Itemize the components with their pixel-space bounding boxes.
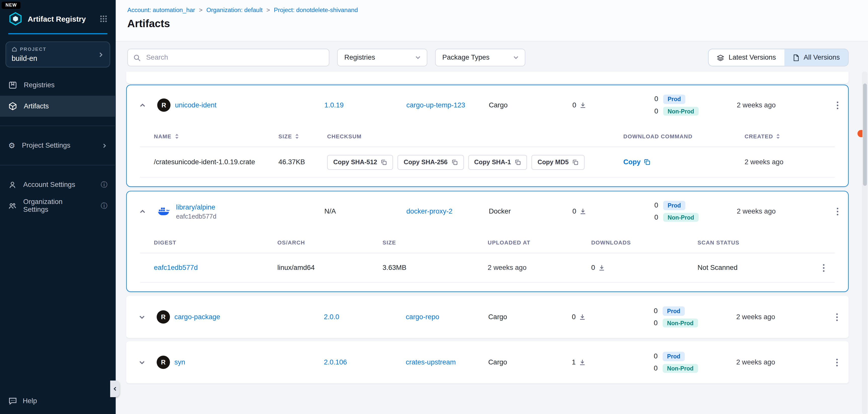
breadcrumb-account[interactable]: Account: automation_har: [127, 6, 195, 13]
column-header-size[interactable]: SIZE: [278, 133, 327, 139]
sidebar-item-registries[interactable]: Registries: [0, 75, 116, 96]
all-versions-label: All Versions: [804, 54, 840, 61]
file-icon: [793, 54, 799, 61]
registries-filter-dropdown[interactable]: Registries: [337, 49, 427, 66]
scrollbar-thumb[interactable]: [863, 83, 867, 186]
layers-icon: [717, 54, 724, 61]
row-menu-button[interactable]: [826, 192, 849, 231]
project-meta: PROJECT build-en: [11, 46, 97, 63]
artifact-name-link[interactable]: unicode-ident: [175, 101, 217, 109]
column-header-scan-status: SCAN STATUS: [698, 239, 813, 245]
sidebar-item-artifacts[interactable]: Artifacts: [0, 96, 116, 117]
artifacts-icon: [8, 102, 17, 111]
sort-icon: [295, 133, 300, 139]
sidebar-item-account-settings[interactable]: Account Settings ⓘ: [0, 174, 116, 196]
row-menu-button[interactable]: [826, 296, 848, 338]
expand-toggle[interactable]: [126, 313, 157, 321]
package-types-filter-dropdown[interactable]: Package Types: [435, 49, 525, 66]
files-table: NAME SIZE CHECKSUM DOWNLOAD COMMAND CREA…: [140, 126, 835, 186]
registries-icon: [8, 81, 17, 90]
chevron-down-icon: [138, 313, 146, 321]
column-header-size: SIZE: [383, 239, 488, 245]
updated-time: 2 weeks ago: [736, 313, 826, 321]
copy-sha1-button[interactable]: Copy SHA-1: [468, 155, 527, 170]
chevron-down-icon: [138, 359, 146, 366]
artifact-type: Docker: [489, 207, 572, 215]
sidebar: NEW Artifact Registry: [0, 0, 116, 414]
breadcrumb: Account: automation_har > Organization: …: [127, 6, 848, 13]
artifact-version: N/A: [324, 207, 406, 215]
updated-time: 2 weeks ago: [737, 207, 826, 215]
checksum-cell: Copy SHA-512 Copy SHA-256 Copy SHA-1: [327, 155, 623, 170]
copy-download-command-button[interactable]: Copy: [623, 158, 745, 166]
kebab-icon: [836, 358, 838, 367]
organization-icon: [8, 202, 17, 210]
project-label: PROJECT: [20, 46, 46, 52]
artifact-registry-link[interactable]: cargo-repo: [406, 313, 488, 321]
artifact-card-library-alpine: library/alpine eafc1edb577d N/A docker-p…: [126, 191, 848, 292]
artifact-registry-link[interactable]: cargo-up-temp-123: [406, 101, 489, 109]
artifact-name-link[interactable]: library/alpine: [176, 203, 216, 211]
module-grid-icon[interactable]: [100, 15, 107, 23]
artifact-version-link[interactable]: 2.0.106: [324, 358, 406, 366]
copy-sha512-button[interactable]: Copy SHA-512: [327, 155, 393, 170]
column-header-created[interactable]: CREATED: [745, 133, 835, 139]
artifact-summary-row: library/alpine eafc1edb577d N/A docker-p…: [127, 192, 848, 231]
help-button[interactable]: Help: [8, 396, 37, 406]
toolbar: Registries Package Types: [116, 41, 868, 66]
sidebar-item-organization-settings[interactable]: Organization Settings ⓘ: [0, 195, 116, 216]
sidebar-collapse-button[interactable]: [110, 381, 120, 397]
digest-row: eafc1edb577d linux/amd64 3.63MB 2 weeks …: [140, 253, 835, 283]
digest-link[interactable]: eafc1edb577d: [154, 264, 277, 272]
scan-status: Not Scanned: [698, 264, 813, 272]
file-name: /cratesunicode-ident-1.0.19.crate: [154, 158, 278, 166]
artifact-registry-link[interactable]: docker-proxy-2: [406, 207, 489, 215]
collapse-toggle[interactable]: [127, 208, 158, 215]
chat-bubble-icon: [8, 396, 17, 406]
collapse-toggle[interactable]: [127, 102, 158, 109]
search-box: [127, 49, 330, 66]
column-header-digest: DIGEST: [154, 239, 277, 245]
vertical-scrollbar[interactable]: [862, 71, 868, 414]
download-count: 1: [572, 358, 576, 366]
artifact-version-link[interactable]: 1.0.19: [324, 101, 406, 109]
prod-badge: Prod: [663, 95, 685, 104]
file-size: 46.37KB: [278, 158, 327, 166]
artifact-registry-link[interactable]: crates-upstream: [406, 358, 488, 366]
artifact-list: R unicode-ident 1.0.19 cargo-up-temp-123…: [116, 66, 868, 383]
breadcrumb-project[interactable]: Project: donotdelete-shivanand: [274, 6, 358, 13]
digest-download-count: 0: [591, 264, 595, 272]
artifact-version-link[interactable]: 2.0.0: [324, 313, 406, 321]
help-label: Help: [23, 397, 37, 405]
nonprod-badge: Non-Prod: [662, 318, 698, 327]
latest-versions-toggle[interactable]: Latest Versions: [709, 49, 784, 66]
prod-badge: Prod: [662, 352, 685, 361]
project-selector[interactable]: PROJECT build-en: [5, 41, 110, 67]
breadcrumb-organization[interactable]: Organization: default: [207, 6, 262, 13]
digest-row-menu-button[interactable]: [813, 253, 835, 282]
artifact-name-link[interactable]: syn: [175, 358, 185, 366]
project-name: build-en: [11, 54, 97, 63]
brand-underline: [8, 33, 107, 34]
column-header-os-arch: OS/ARCH: [277, 239, 383, 245]
info-icon: ⓘ: [101, 203, 107, 209]
row-menu-button[interactable]: [826, 341, 848, 383]
artifact-name-link[interactable]: cargo-package: [175, 313, 220, 321]
sidebar-item-label: Organization Settings: [23, 198, 87, 213]
search-input[interactable]: [145, 53, 323, 62]
expand-toggle[interactable]: [126, 359, 157, 366]
all-versions-toggle[interactable]: All Versions: [784, 49, 848, 66]
column-header-name[interactable]: NAME: [154, 133, 278, 139]
sidebar-item-project-settings[interactable]: ⚙ Project Settings: [0, 135, 116, 156]
copy-sha256-button[interactable]: Copy SHA-256: [398, 155, 463, 170]
download-icon: [580, 208, 586, 214]
download-count: 0: [572, 101, 576, 109]
new-badge: NEW: [2, 2, 21, 9]
row-menu-button[interactable]: [826, 85, 849, 125]
updated-time: 2 weeks ago: [737, 101, 826, 109]
copy-md5-button[interactable]: Copy MD5: [531, 155, 585, 170]
download-icon: [579, 314, 586, 320]
column-header-downloads: DOWNLOADS: [591, 239, 698, 245]
deployments-cell: 0 Prod 0 Non-Prod: [654, 201, 737, 222]
kebab-icon: [837, 207, 839, 215]
